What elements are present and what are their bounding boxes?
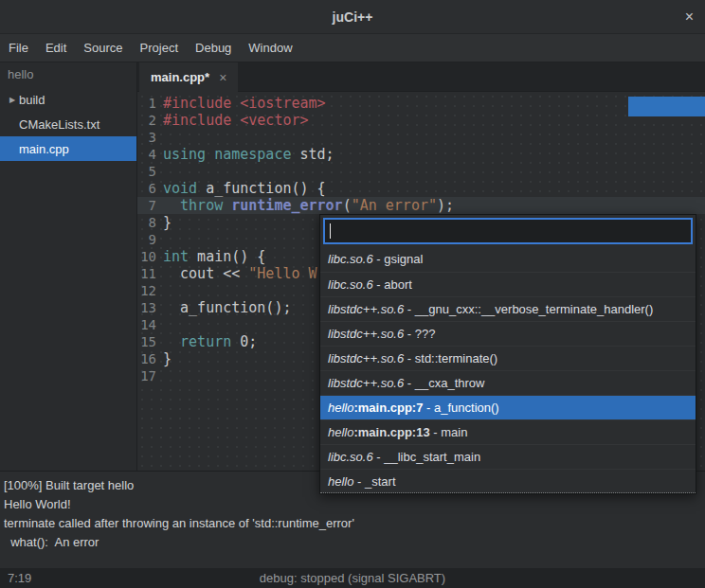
code-text: int main() { — [161, 248, 265, 265]
menu-project[interactable]: Project — [132, 34, 187, 62]
sidebar-item-main.cpp[interactable]: main.cpp — [0, 136, 136, 161]
code-text — [161, 367, 163, 384]
code-line: 3 — [137, 129, 705, 146]
code-token — [223, 197, 231, 214]
popup-filter-input[interactable] — [323, 218, 693, 244]
file-label: main.cpp — [19, 142, 69, 156]
frame-function: - ??? — [404, 327, 435, 341]
tab-close-icon[interactable]: × — [219, 70, 226, 85]
code-token: a_function() { — [197, 180, 325, 197]
tabbar: main.cpp* × — [137, 62, 705, 92]
line-number: 8 — [137, 214, 161, 231]
line-number: 16 — [137, 350, 161, 367]
code-text: } — [161, 350, 172, 367]
menu-edit[interactable]: Edit — [37, 34, 75, 62]
frame-function: - _start — [353, 474, 395, 489]
code-text: return 0; — [161, 333, 257, 350]
line-number: 7 — [137, 197, 161, 214]
frame-module: libstdc++.so.6 — [328, 302, 404, 316]
stack-frame-item[interactable]: hello:main.cpp:13 - main — [320, 419, 696, 444]
stack-frame-item[interactable]: libstdc++.so.6 - __cxa_throw — [320, 370, 696, 395]
code-text: throw runtime_error("An error"); — [161, 197, 454, 214]
code-text: a_function(); — [161, 299, 291, 316]
stack-frame-item[interactable]: hello - _start — [320, 469, 696, 493]
menu-source[interactable]: Source — [75, 34, 131, 62]
project-name: hello — [0, 62, 136, 87]
code-line: 6void a_function() { — [137, 180, 705, 197]
line-number: 9 — [137, 231, 161, 248]
file-tree-sidebar: hello ▶buildCMakeLists.txtmain.cpp — [0, 62, 137, 471]
code-token: a_function(); — [163, 299, 291, 316]
console-line: terminate called after throwing an insta… — [4, 514, 705, 533]
scrollbar-thumb[interactable] — [628, 97, 705, 116]
line-number: 13 — [137, 299, 161, 316]
frame-module: libstdc++.so.6 — [328, 351, 404, 365]
tab-label: main.cpp* — [151, 70, 209, 84]
code-token: void — [163, 180, 197, 197]
line-number: 15 — [137, 333, 161, 350]
line-number: 10 — [137, 248, 161, 265]
stack-frame-item[interactable]: libstdc++.so.6 - __gnu_cxx::__verbose_te… — [320, 296, 696, 321]
menu-debug[interactable]: Debug — [187, 34, 240, 62]
stack-frame-item[interactable]: libc.so.6 - abort — [320, 272, 696, 296]
frame-function: - main — [430, 425, 468, 439]
stack-frame-item[interactable]: hello:main.cpp:7 - a_function() — [320, 395, 696, 419]
app-window: juCi++ × FileEditSourceProjectDebugWindo… — [0, 0, 705, 588]
line-number: 5 — [137, 163, 161, 180]
code-text — [161, 129, 163, 146]
tab-main-cpp[interactable]: main.cpp* × — [139, 62, 238, 92]
frame-location: :main.cpp:13 — [353, 425, 429, 439]
code-token: } — [163, 214, 172, 231]
code-text: using namespace std; — [161, 146, 334, 163]
menubar: FileEditSourceProjectDebugWindow — [0, 34, 705, 62]
code-line: 4using namespace std; — [137, 146, 705, 163]
code-token: ( — [343, 197, 352, 214]
file-label: CMakeLists.txt — [19, 117, 99, 132]
code-text — [161, 231, 163, 248]
sidebar-item-cmakelists.txt[interactable]: CMakeLists.txt — [0, 112, 136, 136]
code-token: 0; — [231, 333, 257, 350]
code-text: } — [161, 214, 172, 231]
line-number: 12 — [137, 282, 161, 299]
file-tree: ▶buildCMakeLists.txtmain.cpp — [0, 87, 136, 161]
expander-icon[interactable]: ▶ — [6, 96, 19, 104]
sidebar-item-build[interactable]: ▶build — [0, 87, 136, 112]
code-token: ); — [437, 197, 454, 214]
frame-module: libstdc++.so.6 — [328, 376, 404, 390]
menu-window[interactable]: Window — [240, 34, 300, 62]
window-close-icon[interactable]: × — [685, 9, 694, 25]
line-number: 6 — [137, 180, 161, 197]
stack-frame-item[interactable]: libc.so.6 - __libc_start_main — [320, 444, 696, 469]
frame-function: - gsignal — [373, 252, 424, 266]
code-text: #include <iostream> — [161, 95, 326, 112]
stack-frame-item[interactable]: libstdc++.so.6 - ??? — [320, 321, 696, 346]
window-title: juCi++ — [333, 9, 373, 25]
code-token — [163, 333, 180, 350]
code-token: throw — [180, 197, 223, 214]
line-number: 17 — [137, 367, 161, 384]
frame-module: hello — [328, 425, 353, 439]
stack-frame-item[interactable]: libc.so.6 - gsignal — [320, 247, 696, 272]
titlebar: juCi++ × — [0, 0, 705, 34]
menu-file[interactable]: File — [0, 34, 37, 62]
code-line: 7 throw runtime_error("An error"); — [137, 197, 705, 214]
frame-function: - abort — [373, 277, 412, 292]
line-number: 4 — [137, 146, 161, 163]
code-token: "Hello W — [248, 265, 316, 282]
frame-module: libc.so.6 — [328, 252, 373, 266]
code-token: "An error" — [352, 197, 437, 214]
debug-status: debug: stopped (signal SIGABRT) — [0, 571, 705, 585]
text-caret — [330, 223, 331, 239]
code-text: #include <vector> — [161, 112, 309, 129]
file-label: build — [19, 93, 45, 107]
code-token: runtime_error — [231, 197, 342, 214]
line-number: 2 — [137, 112, 161, 129]
frame-function: - __gnu_cxx::__verbose_terminate_handler… — [404, 302, 653, 316]
code-token: std; — [291, 146, 334, 163]
frame-location: :main.cpp:7 — [353, 401, 423, 415]
stack-frame-item[interactable]: libstdc++.so.6 - std::terminate() — [320, 346, 696, 370]
frame-function: - a_function() — [423, 401, 498, 415]
frame-module: libc.so.6 — [328, 277, 373, 292]
frame-module: hello — [328, 474, 353, 489]
code-token: #include <iostream> — [163, 95, 326, 112]
